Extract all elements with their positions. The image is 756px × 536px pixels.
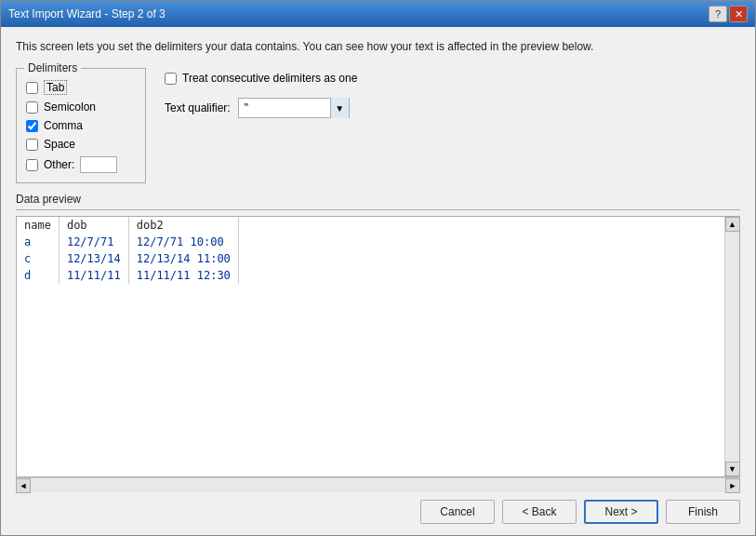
horizontal-scrollbar[interactable]: ◄ ► xyxy=(16,477,740,492)
space-label[interactable]: Space xyxy=(44,138,75,151)
cancel-button[interactable]: Cancel xyxy=(420,500,495,524)
scroll-down-arrow[interactable]: ▼ xyxy=(725,462,740,476)
tab-label[interactable]: Tab xyxy=(44,80,67,95)
preview-table: name dob dob2 a 12/7/71 12/7/71 10:00 xyxy=(17,217,739,284)
qualifier-dropdown-arrow[interactable]: ▼ xyxy=(330,98,349,118)
comma-label[interactable]: Comma xyxy=(44,119,83,132)
vertical-scrollbar[interactable]: ▲ ▼ xyxy=(724,217,739,476)
main-area: Delimiters Tab Semicolon Comma Space xyxy=(16,68,740,183)
text-qualifier-row: Text qualifier: " ▼ xyxy=(165,98,357,118)
consecutive-label[interactable]: Treat consecutive delimiters as one xyxy=(182,72,357,85)
cell-d-name: d xyxy=(17,267,59,284)
comma-row: Comma xyxy=(26,119,136,132)
semicolon-checkbox[interactable] xyxy=(26,101,38,114)
consecutive-row: Treat consecutive delimiters as one xyxy=(165,72,357,85)
delimiters-group: Delimiters Tab Semicolon Comma Space xyxy=(16,68,146,183)
cell-c-dob2: 12/13/14 11:00 xyxy=(128,250,238,267)
other-checkbox[interactable] xyxy=(26,159,38,171)
wizard-window: Text Import Wizard - Step 2 of 3 ? ✕ Thi… xyxy=(0,0,756,536)
cell-a-dob: 12/7/71 xyxy=(59,234,128,250)
cell-a-name: a xyxy=(17,234,59,250)
title-bar: Text Import Wizard - Step 2 of 3 ? ✕ xyxy=(1,1,755,27)
cell-d-dob: 11/11/11 xyxy=(59,267,128,284)
col-dob2: dob2 xyxy=(128,217,238,234)
preview-container[interactable]: name dob dob2 a 12/7/71 12/7/71 10:00 xyxy=(16,216,740,477)
data-preview-section: Data preview name dob dob2 a 12/7/71 xyxy=(16,193,740,492)
other-label[interactable]: Other: xyxy=(44,158,74,171)
cell-a-dob2: 12/7/71 10:00 xyxy=(128,234,238,250)
horiz-scroll-track xyxy=(31,478,725,492)
window-content: This screen lets you set the delimiters … xyxy=(1,27,755,535)
table-header-row: name dob dob2 xyxy=(17,217,739,234)
finish-button[interactable]: Finish xyxy=(666,500,740,524)
delimiters-legend: Delimiters xyxy=(24,61,81,74)
data-preview-label: Data preview xyxy=(16,193,740,210)
cell-c-dob: 12/13/14 xyxy=(59,250,128,267)
semicolon-label[interactable]: Semicolon xyxy=(44,100,96,114)
cell-d-dob2: 11/11/11 12:30 xyxy=(128,267,238,284)
table-row: d 11/11/11 11/11/11 12:30 xyxy=(17,267,739,284)
help-button[interactable]: ? xyxy=(709,6,727,22)
tab-checkbox[interactable] xyxy=(26,82,38,94)
consecutive-checkbox[interactable] xyxy=(165,73,177,85)
cell-c-name: c xyxy=(17,250,59,267)
title-bar-controls: ? ✕ xyxy=(709,6,748,22)
space-row: Space xyxy=(26,138,136,151)
close-button[interactable]: ✕ xyxy=(729,6,748,22)
comma-checkbox[interactable] xyxy=(26,120,38,132)
next-button[interactable]: Next > xyxy=(584,500,658,524)
other-input[interactable] xyxy=(80,156,117,173)
scroll-track xyxy=(725,232,739,462)
table-row: c 12/13/14 12/13/14 11:00 xyxy=(17,250,739,267)
qualifier-label: Text qualifier: xyxy=(165,101,231,114)
back-button[interactable]: < Back xyxy=(502,500,577,524)
qualifier-value: " xyxy=(239,98,330,118)
col-dob: dob xyxy=(59,217,128,234)
scroll-left-arrow[interactable]: ◄ xyxy=(16,478,31,493)
scroll-up-arrow[interactable]: ▲ xyxy=(725,217,740,232)
table-row: a 12/7/71 12/7/71 10:00 xyxy=(17,234,739,250)
tab-row: Tab xyxy=(26,80,136,95)
space-checkbox[interactable] xyxy=(26,139,38,151)
footer: Cancel < Back Next > Finish xyxy=(16,492,740,528)
other-row: Other: xyxy=(26,156,136,173)
qualifier-select[interactable]: " ▼ xyxy=(238,98,350,118)
scroll-right-arrow[interactable]: ► xyxy=(725,478,740,493)
description-text: This screen lets you set the delimiters … xyxy=(16,38,740,55)
semicolon-row: Semicolon xyxy=(26,100,136,114)
col-name: name xyxy=(17,217,59,234)
right-options: Treat consecutive delimiters as one Text… xyxy=(165,68,357,183)
window-title: Text Import Wizard - Step 2 of 3 xyxy=(8,7,166,20)
